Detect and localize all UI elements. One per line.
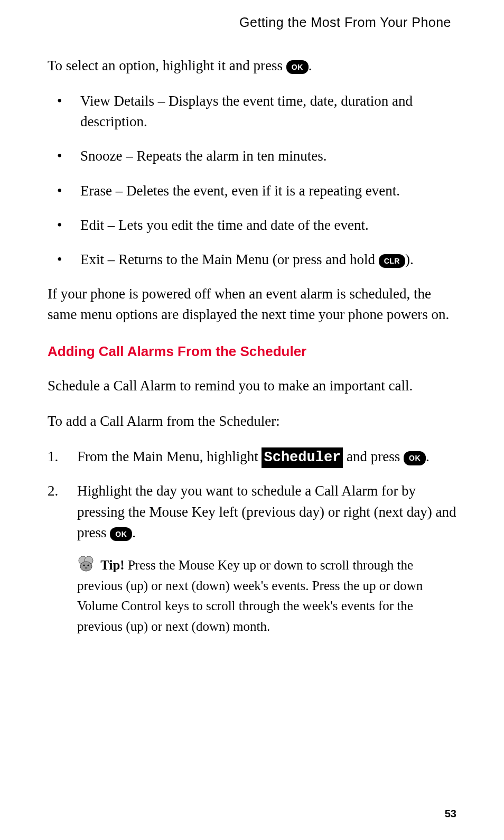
tip-text: Press the Mouse Key up or down to scroll… [77, 558, 423, 633]
tip-block: Tip! Press the Mouse Key up or down to s… [77, 555, 456, 637]
intro-text-after: . [309, 58, 312, 73]
svg-point-3 [83, 564, 85, 566]
scheduler-screen-label: Scheduler [262, 447, 343, 468]
svg-point-4 [87, 564, 89, 566]
intro-paragraph: To select an option, highlight it and pr… [48, 55, 456, 76]
intro-text-before: To select an option, highlight it and pr… [48, 58, 286, 73]
section-intro-1: Schedule a Call Alarm to remind you to m… [48, 376, 456, 396]
page-number: 53 [445, 808, 456, 820]
section-heading: Adding Call Alarms From the Scheduler [48, 342, 456, 362]
manual-page: Getting the Most From Your Phone To sele… [0, 0, 504, 840]
running-header: Getting the Most From Your Phone [48, 15, 451, 30]
list-item: Erase – Deletes the event, even if it is… [48, 181, 456, 201]
tip-label: Tip! [100, 558, 124, 572]
step-text-mid: and press [343, 449, 404, 464]
step-text-after: . [132, 525, 136, 540]
mouse-tip-icon [77, 555, 95, 573]
list-item: Snooze – Repeats the alarm in ten minute… [48, 146, 456, 166]
bullet-text: View Details – Displays the event time, … [80, 93, 413, 129]
clr-key-icon: CLR [379, 254, 405, 268]
bullet-text: Snooze – Repeats the alarm in ten minute… [80, 148, 326, 164]
svg-point-2 [80, 562, 92, 571]
after-bullets-paragraph: If your phone is powered off when an eve… [48, 284, 456, 325]
page-body: To select an option, highlight it and pr… [48, 55, 456, 637]
bullet-text: Erase – Deletes the event, even if it is… [80, 183, 400, 199]
ok-key-icon: OK [286, 60, 309, 74]
list-item: View Details – Displays the event time, … [48, 91, 456, 132]
option-bullet-list: View Details – Displays the event time, … [48, 91, 456, 270]
step-item: From the Main Menu, highlight Scheduler … [48, 446, 456, 468]
bullet-text-before: Exit – Returns to the Main Menu (or pres… [80, 251, 379, 267]
list-item: Edit – Lets you edit the time and date o… [48, 215, 456, 236]
steps-list: From the Main Menu, highlight Scheduler … [48, 446, 456, 637]
bullet-text-after: ). [405, 251, 414, 267]
step-text-after: . [426, 449, 430, 464]
bullet-text: Edit – Lets you edit the time and date o… [80, 217, 369, 233]
step-item: Highlight the day you want to schedule a… [48, 481, 456, 637]
step-text-before: From the Main Menu, highlight [77, 449, 262, 464]
list-item: Exit – Returns to the Main Menu (or pres… [48, 249, 456, 270]
section-intro-2: To add a Call Alarm from the Scheduler: [48, 411, 456, 432]
svg-point-5 [85, 567, 88, 568]
ok-key-icon: OK [110, 527, 132, 541]
ok-key-icon: OK [404, 451, 426, 465]
